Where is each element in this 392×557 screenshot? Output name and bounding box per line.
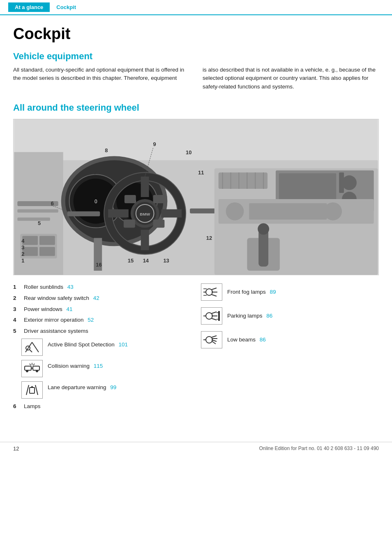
icon-legend-item: Low beams 86	[201, 331, 379, 348]
sub-icon-text: Active Blind Spot Detection 101	[48, 339, 128, 349]
low-beams-icon	[201, 331, 222, 348]
svg-rect-5	[17, 217, 50, 220]
svg-rect-88	[30, 388, 35, 393]
steering-section-heading: All around the steering wheel	[13, 102, 379, 113]
svg-rect-52	[249, 203, 327, 220]
svg-rect-48	[339, 172, 344, 193]
cockpit-illustration: 0 0 BMW	[13, 119, 379, 275]
svg-point-81	[36, 370, 38, 372]
svg-line-84	[33, 364, 35, 365]
front-fog-lamps-icon	[201, 283, 222, 301]
collision-warning-icon	[21, 360, 43, 377]
svg-point-46	[342, 175, 357, 190]
sub-icon-text: Lane departure warning 99	[48, 381, 116, 392]
legend-page: 99	[110, 384, 116, 390]
sub-icon-item: Collision warning 115	[21, 360, 191, 377]
svg-text:4: 4	[21, 238, 25, 244]
svg-rect-10	[39, 247, 55, 256]
list-item: 3 Power windows 41	[13, 306, 191, 313]
svg-rect-30	[125, 195, 136, 203]
intro-col-left: All standard, country-specific and optio…	[13, 66, 189, 91]
svg-text:7: 7	[94, 169, 97, 176]
svg-line-85	[30, 364, 31, 365]
svg-line-106	[212, 336, 217, 337]
svg-text:2: 2	[21, 251, 24, 257]
svg-rect-31	[153, 195, 165, 203]
svg-rect-79	[33, 366, 39, 370]
intro-col-right: is also described that is not available …	[203, 66, 379, 91]
list-item: 6 Lamps	[13, 403, 191, 411]
legend-page: 115	[94, 363, 103, 369]
legend-page: 52	[88, 317, 94, 323]
icon-label: Front fog lamps 89	[227, 289, 379, 295]
svg-rect-102	[218, 311, 220, 321]
vehicle-equipment-heading: Vehicle equipment	[13, 51, 379, 62]
svg-rect-9	[22, 247, 38, 256]
svg-rect-8	[39, 236, 55, 245]
legend-page: 101	[119, 341, 128, 348]
svg-text:5: 5	[38, 220, 41, 226]
legend-page: 43	[67, 284, 74, 290]
lane-departure-icon	[21, 381, 43, 399]
svg-line-91	[212, 288, 217, 290]
svg-line-98	[212, 312, 217, 313]
parking-lamps-icon	[201, 307, 222, 325]
legend-container: 1 Roller sunblinds 43 2 Rear window safe…	[13, 283, 379, 414]
svg-rect-7	[22, 236, 38, 245]
legend-left: 1 Roller sunblinds 43 2 Rear window safe…	[13, 283, 191, 414]
top-navigation: At a glance Cockpit	[0, 0, 392, 15]
main-content: Cockpit Vehicle equipment All standard, …	[0, 15, 392, 434]
svg-text:11: 11	[198, 169, 204, 176]
svg-text:12: 12	[206, 235, 212, 241]
legend-text: Roller sunblinds 43	[24, 283, 191, 291]
intro-columns: All standard, country-specific and optio…	[13, 66, 379, 91]
legend-number: 6	[13, 403, 21, 411]
page-title: Cockpit	[13, 25, 379, 43]
svg-point-50	[226, 202, 244, 220]
legend-number: 5	[13, 327, 21, 335]
sub-icon-text: Collision warning 115	[48, 360, 103, 370]
icon-label: Parking lamps 86	[227, 313, 379, 319]
svg-text:BMW: BMW	[140, 212, 150, 216]
svg-text:13: 13	[163, 258, 169, 264]
svg-text:16: 16	[96, 262, 101, 268]
tab-cockpit[interactable]: Cockpit	[50, 2, 83, 12]
list-item: 2 Rear window safety switch 42	[13, 295, 191, 302]
legend-text: Exterior mirror operation 52	[24, 316, 191, 324]
svg-line-93	[212, 295, 217, 296]
legend-page: 86	[260, 337, 266, 343]
svg-point-80	[26, 370, 28, 372]
svg-text:14: 14	[143, 258, 149, 264]
svg-text:10: 10	[186, 149, 191, 155]
legend-page: 42	[93, 295, 99, 301]
legend-number: 4	[13, 316, 21, 324]
svg-rect-37	[219, 172, 267, 189]
legend-text: Rear window safety switch 42	[24, 295, 191, 302]
tab-at-a-glance[interactable]: At a glance	[8, 2, 50, 12]
icon-legend-item: Parking lamps 86	[201, 307, 379, 325]
legend-number: 3	[13, 306, 21, 313]
legend-number: 1	[13, 283, 21, 291]
svg-text:3: 3	[21, 244, 24, 251]
legend-text: Lamps	[24, 403, 191, 411]
svg-line-100	[212, 318, 217, 320]
svg-point-55	[258, 223, 269, 234]
sub-icon-item: Lane departure warning 99	[21, 381, 191, 399]
svg-rect-54	[258, 230, 268, 267]
legend-right: Front fog lamps 89	[201, 283, 379, 414]
sub-icon-item: Active Blind Spot Detection 101	[21, 339, 191, 356]
svg-point-97	[206, 313, 212, 319]
blind-spot-icon	[21, 339, 43, 356]
list-item: 4 Exterior mirror operation 52	[13, 316, 191, 324]
svg-text:15: 15	[128, 258, 134, 264]
svg-line-86	[26, 385, 29, 395]
svg-line-109	[212, 341, 216, 344]
page-number: 12	[13, 446, 19, 452]
svg-point-90	[206, 289, 212, 295]
svg-rect-34	[67, 211, 100, 216]
svg-rect-4	[17, 209, 58, 213]
svg-rect-32	[124, 219, 135, 227]
svg-marker-89	[30, 386, 34, 388]
svg-text:9: 9	[153, 141, 156, 147]
legend-text: Driver assistance systems	[24, 327, 191, 335]
